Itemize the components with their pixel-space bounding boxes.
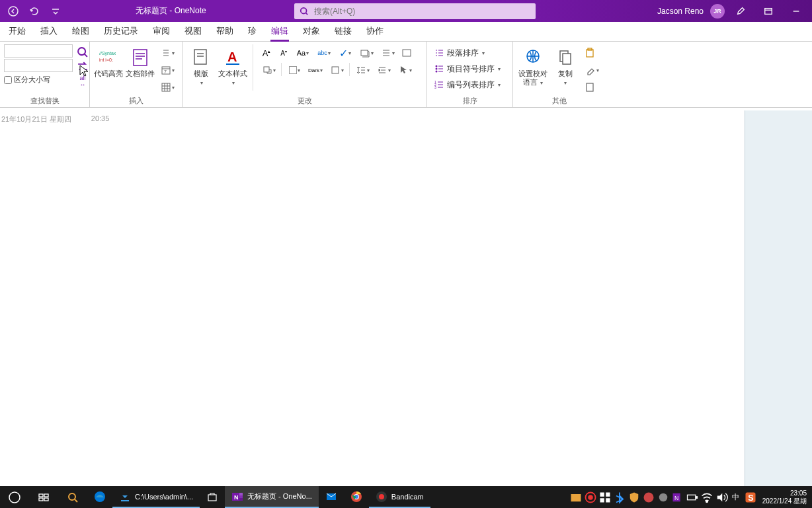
increase-font-button[interactable]: A▴	[259, 46, 274, 60]
tray-record-icon[interactable]	[584, 491, 597, 504]
taskbar-store[interactable]	[200, 486, 225, 508]
tab-review[interactable]: 审阅	[145, 21, 177, 41]
tray-windows-icon[interactable]	[598, 491, 612, 504]
copy-button[interactable]: 复制▾	[551, 44, 579, 87]
taskbar-onenote[interactable]: N无标题页 - OneNo...	[225, 486, 319, 508]
svg-rect-30	[44, 494, 48, 497]
bullet-sort-button[interactable]: 项目符号排序▾	[431, 62, 503, 76]
shape-button[interactable]: ▾	[327, 63, 346, 77]
tray-clock[interactable]: 23:05 2022/1/24 星期	[758, 489, 811, 505]
doc-parts-button[interactable]: 文档部件	[126, 44, 155, 78]
replace-input[interactable]	[4, 59, 73, 72]
group-label-other: 其他	[517, 95, 602, 107]
group-label-sort: 排序	[431, 95, 508, 107]
group-label-insert: 插入	[94, 95, 178, 107]
group-label-find: 查找替换	[4, 95, 85, 107]
eraser-button[interactable]: ▾	[582, 63, 602, 77]
tray-ime-button[interactable]: 中	[729, 491, 743, 504]
group-label-change: 更改	[186, 95, 423, 107]
search-button[interactable]	[58, 486, 87, 508]
number-sort-button[interactable]: 123编号列表排序▾	[431, 77, 503, 92]
checkmark-button[interactable]: ✓▾	[335, 46, 355, 60]
avatar[interactable]: JR	[710, 4, 725, 19]
replace-all-button[interactable]: all↔	[75, 75, 90, 88]
taskbar-chrome[interactable]	[344, 486, 369, 508]
text-style-button[interactable]: A 文本样式▾	[218, 44, 247, 87]
svg-rect-14	[264, 67, 269, 72]
tab-collab[interactable]: 协作	[359, 21, 391, 41]
align-button[interactable]: ▾	[378, 46, 397, 60]
calendar-button[interactable]: 7▾	[157, 63, 177, 77]
list-options-button[interactable]: ▾	[157, 46, 177, 60]
cursor-button[interactable]: ▾	[395, 63, 415, 77]
tab-insert[interactable]: 插入	[33, 21, 65, 41]
tab-history[interactable]: 历史记录	[97, 21, 145, 41]
page-canvas[interactable]: 21年10月21日 星期四 20:35	[0, 108, 812, 486]
clock-time: 23:05	[790, 489, 807, 497]
text-box-button[interactable]	[399, 46, 415, 60]
tab-object[interactable]: 对象	[296, 21, 327, 41]
user-name[interactable]: Jacson Reno	[657, 7, 704, 16]
tray-app-1[interactable]	[569, 491, 583, 504]
highlight-button[interactable]: Dark▾	[305, 63, 325, 77]
qat-customize-button[interactable]	[48, 3, 63, 19]
svg-rect-32	[44, 498, 48, 501]
table-button[interactable]: ▾	[157, 80, 177, 95]
change-case-button[interactable]: Aa▾	[293, 46, 313, 60]
tray-battery-icon[interactable]	[686, 491, 699, 504]
indent-button[interactable]: ▾	[374, 63, 393, 77]
tab-help[interactable]: 帮助	[209, 21, 241, 41]
tab-edit[interactable]: 编辑	[264, 21, 296, 41]
start-button[interactable]	[0, 486, 29, 508]
svg-rect-39	[239, 495, 243, 498]
svg-rect-40	[239, 498, 243, 501]
tray-app-2[interactable]	[642, 491, 655, 504]
fill-color-button[interactable]: ▾	[284, 63, 304, 77]
find-input[interactable]	[4, 44, 73, 58]
proof-language-button[interactable]: 设置校对语言 ▾	[517, 44, 549, 87]
object-button[interactable]: ▾	[356, 46, 376, 60]
spellcheck-button[interactable]: abc▾	[314, 46, 334, 60]
page-button[interactable]	[582, 80, 598, 95]
tray-shield-icon[interactable]	[628, 491, 641, 504]
tab-home[interactable]: 开始	[1, 21, 33, 41]
taskbar-explorer[interactable]: C:\Users\admin\...	[112, 486, 200, 508]
tab-link[interactable]: 链接	[327, 21, 359, 41]
search-box[interactable]	[294, 3, 536, 19]
tray-volume-icon[interactable]	[715, 491, 728, 504]
case-sensitive-checkbox[interactable]: 区分大小写	[4, 75, 73, 85]
tab-draw[interactable]: 绘图	[65, 21, 97, 41]
find-button[interactable]	[75, 46, 90, 59]
minimize-button[interactable]	[784, 3, 808, 19]
page-list-panel[interactable]	[745, 110, 812, 486]
replace-button[interactable]	[75, 60, 90, 73]
taskbar-edge[interactable]	[87, 486, 112, 508]
ribbon-display-button[interactable]	[756, 3, 780, 19]
tab-zhen[interactable]: 珍	[241, 21, 264, 41]
tray-app-3[interactable]	[657, 491, 670, 504]
svg-point-28	[9, 492, 20, 503]
decrease-font-button[interactable]: A▾	[276, 46, 292, 60]
svg-rect-53	[606, 498, 610, 502]
tab-view[interactable]: 视图	[177, 21, 209, 41]
record-icon	[376, 491, 387, 503]
task-view-button[interactable]	[29, 486, 58, 508]
paragraph-sort-button[interactable]: 段落排序▾	[431, 46, 503, 60]
undo-button[interactable]	[26, 3, 42, 19]
template-button[interactable]: 模版▾	[186, 44, 216, 87]
back-button[interactable]	[5, 3, 21, 19]
taskbar-mail[interactable]	[319, 486, 344, 508]
svg-rect-27	[587, 83, 593, 91]
taskbar-bandicam[interactable]: Bandicam	[369, 486, 430, 508]
tray-bluetooth-icon[interactable]	[613, 491, 626, 504]
code-highlight-button[interactable]: //Syntaxint i=0; 代码高亮	[94, 44, 123, 78]
spacing-button[interactable]: ▾	[352, 63, 372, 77]
pen-icon[interactable]	[729, 3, 752, 19]
search-input[interactable]	[314, 7, 530, 16]
mail-icon	[325, 491, 337, 503]
insert-object-button[interactable]: ▾	[259, 63, 278, 77]
paste-button[interactable]	[582, 46, 598, 60]
tray-wifi-icon[interactable]	[700, 491, 713, 504]
tray-sogou-icon[interactable]: S	[744, 491, 757, 504]
tray-onenote-icon[interactable]: N	[671, 491, 684, 504]
